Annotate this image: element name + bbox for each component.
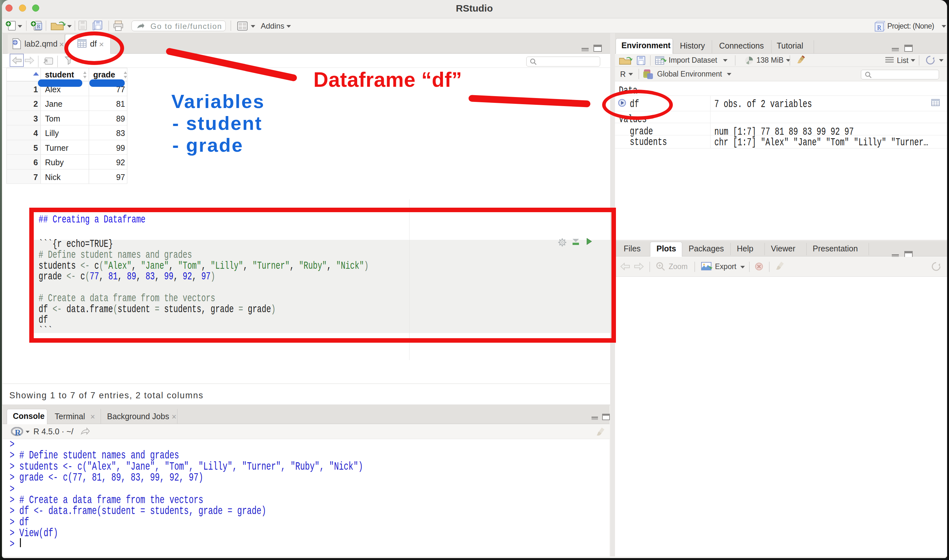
svg-text:R: R [37,24,40,29]
svg-text:R: R [15,428,21,437]
svg-text:R: R [877,24,881,31]
